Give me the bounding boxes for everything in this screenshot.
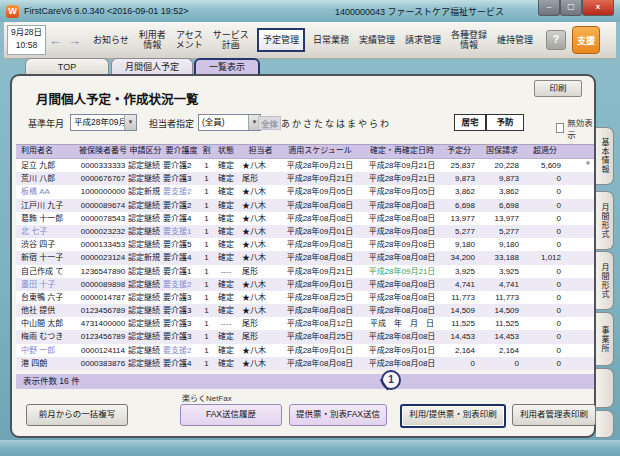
filter-row: 基準年月 平成28年09月 ▼ 担当者指定 (全員) ▼ 全体 あかさたなはまや…	[12, 114, 594, 132]
invalid-display-checkbox[interactable]	[556, 123, 564, 133]
help-button[interactable]: ?	[546, 30, 566, 50]
cell-staff: 尾形	[239, 317, 279, 330]
kana-filter-item[interactable]: や	[357, 117, 368, 130]
cell-level: 要介護3	[163, 304, 200, 317]
cell-no: 0123456789	[78, 330, 128, 343]
cell-over: 0	[529, 278, 571, 291]
kana-filter-item[interactable]: わ	[379, 117, 390, 130]
cell-over: 0	[529, 185, 571, 198]
cell-name: 足立 九郎	[16, 159, 78, 172]
table-row[interactable]: 荒川 八郎0000676767認定継続要介護31確定尾形平成28年09月21日平…	[16, 172, 594, 185]
back-arrow-icon[interactable]: ←	[49, 33, 62, 48]
cell-status: 確定	[213, 251, 239, 264]
cell-plan: 9,873	[443, 172, 485, 185]
kyotaku-button[interactable]: 居宅	[454, 114, 486, 131]
cell-name: 中山間 太郎	[16, 317, 78, 330]
kana-filter-item[interactable]: ま	[346, 117, 357, 130]
cell-level: 要支援2	[163, 278, 200, 291]
close-button[interactable]: x	[582, 0, 614, 16]
cell-sched: 平成28年08月25日	[279, 291, 361, 304]
cell-over: 0	[529, 172, 571, 185]
table-row[interactable]: 江戸川 九子0000089674認定継続要介護21確定★八木平成28年08月08…	[16, 199, 594, 212]
table-row[interactable]: 新宿 十一子0000023124認定新規要介護41確定★八木平成28年08月08…	[16, 251, 594, 264]
menu-registration-info[interactable]: 各種登録 情報	[448, 27, 490, 53]
cell-plan: 14,453	[443, 330, 485, 343]
print-sheets-button[interactable]: 利用/提供票・別表印刷	[400, 404, 506, 428]
cell-over: 0	[529, 199, 571, 212]
cell-staff: 尾形	[239, 172, 279, 185]
table-row[interactable]: 中野 一郎0000124114認定継続要支援21確定★八木平成28年09月01日…	[16, 344, 594, 357]
menu-maintenance-mgmt[interactable]: 維持管理	[494, 32, 536, 48]
print-button[interactable]: 印刷	[534, 80, 582, 97]
menu-notice[interactable]: お知らせ	[90, 32, 132, 48]
table-row[interactable]: 中山間 太郎4731400000認定継続要介護31----尾形平成28年08月1…	[16, 317, 594, 330]
table-row[interactable]: 梅雨 むつき0123456789認定継続要介護31確定尾形平成28年08月25日…	[16, 330, 594, 343]
column-header: 予定分	[443, 145, 485, 158]
scroll-arrow-icon[interactable]: ∗	[585, 159, 591, 167]
cell-staff: ★八木	[239, 278, 279, 291]
cell-filler	[571, 238, 594, 251]
cell-plan: 3,862	[443, 185, 485, 198]
kana-filter-item[interactable]: あ	[280, 117, 291, 130]
side-tab-basic-info[interactable]: 基本情報	[596, 127, 614, 185]
table-body: 足立 九郎0000333333認定継続要介護21確定★八木平成28年09月21日…	[16, 159, 594, 370]
fax-history-button[interactable]: FAX送信履歴	[180, 404, 282, 426]
forward-arrow-icon[interactable]: →	[68, 33, 81, 48]
copy-prev-month-button[interactable]: 前月からの一括複写	[26, 404, 128, 426]
kana-filter-item[interactable]: さ	[302, 117, 313, 130]
kana-filter-item[interactable]: か	[291, 117, 302, 130]
fax-send-button[interactable]: 提供票・別表FAX送信	[289, 404, 387, 426]
base-month-select[interactable]: 平成28年09月 ▼	[70, 114, 137, 131]
cell-name: 墨田 十子	[16, 278, 78, 291]
menu-daily-work[interactable]: 日常業務	[310, 32, 352, 48]
cell-plan: 25,837	[443, 159, 485, 172]
table-row[interactable]: 北 七子0000023232認定継続要支援11確定★八木平成28年09月01日平…	[16, 225, 594, 238]
cell-sched: 平成28年09月21日	[279, 159, 361, 172]
menu-results-mgmt[interactable]: 実績管理	[356, 32, 398, 48]
cell-sched: 平成28年08月08日	[279, 251, 361, 264]
table-row[interactable]: 他社 提供0123456789認定継続要介護31確定★八木平成28年08月08日…	[16, 304, 594, 317]
table-row[interactable]: 板橋 AA1000000000認定新規要支援21確定★八木平成28年09月05日…	[16, 185, 594, 198]
cell-staff: 尾形	[239, 330, 279, 343]
cell-no: 0000133453	[78, 238, 128, 251]
table-row[interactable]: 渋谷 四子0000133453認定継続要介護51確定★八木平成28年09月08日…	[16, 238, 594, 251]
cell-staff: ★八木	[239, 304, 279, 317]
side-tab-monthly-format-1[interactable]: 月間形式	[596, 191, 614, 250]
cell-plan: 2,164	[443, 344, 485, 357]
kana-filter-item[interactable]: ら	[368, 117, 379, 130]
cell-status: 確定	[213, 199, 239, 212]
cell-claim: 9,180	[485, 238, 529, 251]
table-row[interactable]: 港 四朗0000383876認定継続要介護41確定★八木平成28年08月08日平…	[16, 357, 594, 370]
support-button[interactable]: 支援	[572, 26, 600, 54]
kana-filter-item[interactable]: た	[313, 117, 324, 130]
column-header: 要介護度	[163, 145, 200, 158]
kana-filter-item[interactable]: な	[324, 117, 335, 130]
staff-select[interactable]: (全員) ▼	[198, 114, 261, 131]
menu-assessment[interactable]: アセス メント	[173, 27, 206, 53]
netfax-label: 楽らくNetFax	[182, 392, 232, 403]
side-tab-monthly-format-2[interactable]: 月間形式	[596, 251, 614, 310]
kana-filter-item[interactable]: は	[335, 117, 346, 130]
menu-user-info[interactable]: 利用者 情報	[136, 27, 169, 53]
menu-billing-mgmt[interactable]: 請求管理	[402, 32, 444, 48]
table-row[interactable]: 墨田 十子0000089898認定継続要支援21確定★八木平成28年09月01日…	[16, 278, 594, 291]
main-panel: 印刷 月間個人予定・作成状況一覧 基準年月 平成28年09月 ▼ 担当者指定 (…	[10, 74, 596, 438]
table-row[interactable]: 台東鴨 六子0000014787認定継続要介護31確定★八木平成28年08月25…	[16, 291, 594, 304]
table-row[interactable]: 葛飾 十一郎0000078543認定継続要介護41確定★八木平成28年08月08…	[16, 212, 594, 225]
cell-claim: 11,525	[485, 317, 529, 330]
side-tab-office[interactable]: 事業所	[596, 312, 614, 366]
yobou-button[interactable]: 予防	[486, 114, 524, 131]
menu-service-plan[interactable]: サービス 計画	[210, 27, 252, 53]
cell-no: 0000333333	[78, 159, 128, 172]
menu-schedule-mgmt[interactable]: 予定管理	[257, 28, 305, 52]
minimize-button[interactable]: –	[538, 0, 560, 16]
cell-filler	[571, 291, 594, 304]
print-mgmt-button[interactable]: 利用者管理表印刷	[512, 404, 596, 426]
maximize-button[interactable]: ▢	[560, 0, 582, 16]
table-row[interactable]: 足立 九郎0000333333認定継続要介護21確定★八木平成28年09月21日…	[16, 159, 594, 172]
cell-wari: 1	[200, 265, 213, 278]
kana-all-button[interactable]: 全体	[258, 116, 281, 130]
table-row[interactable]: 自己作成 て1236547890認定継続要介護11----尾形平成28年09月2…	[16, 265, 594, 278]
display-count: 表示件数 16 件	[23, 376, 80, 386]
cell-conf: 平成28年09月21日	[361, 265, 443, 278]
